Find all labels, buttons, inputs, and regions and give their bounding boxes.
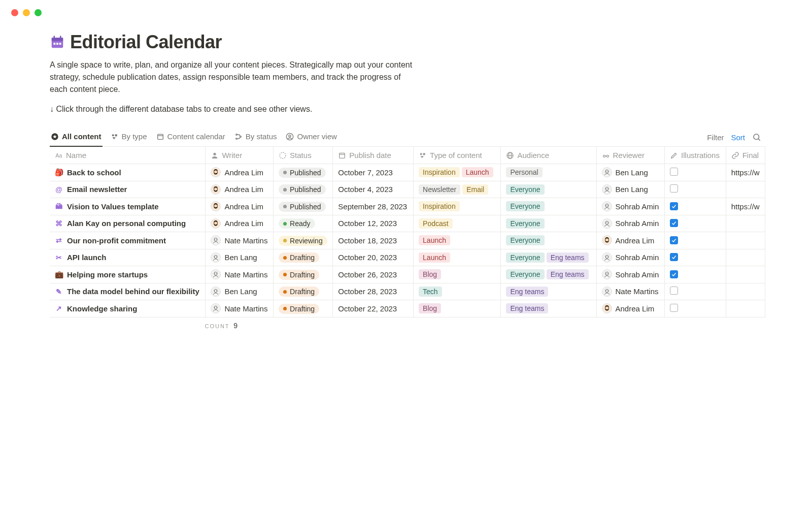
type-cell[interactable]: Launch xyxy=(414,249,501,266)
audience-cell[interactable]: Eng teams xyxy=(501,300,596,318)
type-cell[interactable]: NewsletterEmail xyxy=(414,181,501,198)
table-row[interactable]: @Email newsletterAndrea LimPublishedOcto… xyxy=(50,181,765,198)
avatar xyxy=(211,184,221,195)
final-link[interactable]: https://w xyxy=(726,198,765,215)
status-label: Drafting xyxy=(290,253,315,262)
table-row[interactable]: ✎The data model behind our flexibilityBe… xyxy=(50,283,765,300)
illustrations-checkbox[interactable] xyxy=(670,219,678,227)
audience-cell[interactable]: EveryoneEng teams xyxy=(501,266,596,283)
reviewer-name: Nate Martins xyxy=(616,287,659,296)
illustrations-checkbox[interactable] xyxy=(670,184,678,193)
search-icon[interactable] xyxy=(752,133,761,142)
status-pill[interactable]: Drafting xyxy=(279,270,319,280)
audience-cell[interactable]: Everyone xyxy=(501,181,596,198)
final-link[interactable] xyxy=(726,232,765,249)
avatar xyxy=(211,303,221,313)
publish-date[interactable]: October 22, 2023 xyxy=(333,300,414,318)
table-row[interactable]: ⇄Our non-profit commitmentNate MartinsRe… xyxy=(50,232,765,249)
svg-point-15 xyxy=(235,138,237,139)
publish-date[interactable]: October 4, 2023 xyxy=(333,181,414,198)
audience-cell[interactable]: Everyone xyxy=(501,215,596,232)
star-circle-icon xyxy=(51,133,59,141)
tab-all-content[interactable]: All content xyxy=(50,128,103,147)
table-row[interactable]: 🎒Back to schoolAndrea LimPublishedOctobe… xyxy=(50,164,765,181)
publish-date[interactable]: October 26, 2023 xyxy=(333,266,414,283)
publish-date[interactable]: October 7, 2023 xyxy=(333,164,414,181)
tab-by-type[interactable]: By type xyxy=(110,128,148,147)
audience-cell[interactable]: Personal xyxy=(501,164,596,181)
svg-point-54 xyxy=(214,221,217,225)
publish-date[interactable]: October 28, 2023 xyxy=(333,283,414,300)
illustrations-checkbox[interactable] xyxy=(670,253,678,261)
audience-cell[interactable]: EveryoneEng teams xyxy=(501,249,596,266)
row-name: Back to school xyxy=(67,168,121,177)
col-header-audience[interactable]: Audience xyxy=(501,147,596,164)
person-icon xyxy=(211,151,219,160)
status-pill[interactable]: Drafting xyxy=(279,287,319,297)
sort-button[interactable]: Sort xyxy=(731,133,745,142)
final-link[interactable] xyxy=(726,215,765,232)
status-pill[interactable]: Published xyxy=(279,168,326,178)
table-row[interactable]: 💼Helping more startupsNate MartinsDrafti… xyxy=(50,266,765,283)
illustrations-checkbox[interactable] xyxy=(670,287,678,295)
publish-date[interactable]: October 18, 2023 xyxy=(333,232,414,249)
type-cell[interactable]: Tech xyxy=(414,283,501,300)
col-header-reviewer[interactable]: Reviewer xyxy=(596,147,665,164)
minimize-window-dot[interactable] xyxy=(23,9,30,16)
col-header-final[interactable]: Final xyxy=(726,147,765,164)
audience-cell[interactable]: Everyone xyxy=(501,232,596,249)
illustrations-checkbox[interactable] xyxy=(670,168,678,176)
type-cell[interactable]: Launch xyxy=(414,232,501,249)
col-header-type[interactable]: Type of content xyxy=(414,147,501,164)
col-header-publish[interactable]: Publish date xyxy=(333,147,414,164)
col-header-writer[interactable]: Writer xyxy=(206,147,274,164)
final-link[interactable] xyxy=(726,283,765,300)
globe-icon xyxy=(506,151,514,160)
maximize-window-dot[interactable] xyxy=(35,9,42,16)
status-pill[interactable]: Published xyxy=(279,202,326,212)
tab-content-calendar[interactable]: Content calendar xyxy=(155,128,226,147)
avatar xyxy=(602,201,612,211)
illustrations-checkbox[interactable] xyxy=(670,236,678,244)
page-description: A single space to write, plan, and organ… xyxy=(50,59,420,96)
link-icon xyxy=(731,151,739,160)
type-cell[interactable]: Inspiration xyxy=(414,198,501,215)
publish-date[interactable]: October 12, 2023 xyxy=(333,215,414,232)
tab-by-status[interactable]: By status xyxy=(233,128,278,147)
table-row[interactable]: ↗Knowledge sharingNate MartinsDraftingOc… xyxy=(50,300,765,318)
table-row[interactable]: ✂API launchBen LangDraftingOctober 20, 2… xyxy=(50,249,765,266)
publish-date[interactable]: September 28, 2023 xyxy=(333,198,414,215)
status-pill[interactable]: Drafting xyxy=(279,252,319,263)
final-link[interactable] xyxy=(726,266,765,283)
final-link[interactable] xyxy=(726,249,765,266)
col-header-name[interactable]: AaName xyxy=(50,147,206,164)
status-pill[interactable]: Published xyxy=(279,184,326,195)
table-row[interactable]: 🏔Vision to Values templateAndrea LimPubl… xyxy=(50,198,765,215)
row-page-icon: @ xyxy=(55,185,63,194)
svg-rect-27 xyxy=(423,153,425,155)
svg-text:Aa: Aa xyxy=(55,152,62,158)
final-link[interactable]: https://w xyxy=(726,164,765,181)
close-window-dot[interactable] xyxy=(11,9,18,16)
audience-cell[interactable]: Everyone xyxy=(501,198,596,215)
status-pill[interactable]: Drafting xyxy=(279,304,319,314)
publish-date[interactable]: October 20, 2023 xyxy=(333,249,414,266)
tab-owner-view[interactable]: Owner view xyxy=(285,128,337,147)
filter-button[interactable]: Filter xyxy=(707,133,724,142)
illustrations-checkbox[interactable] xyxy=(670,202,678,210)
final-link[interactable] xyxy=(726,300,765,318)
final-link[interactable] xyxy=(726,181,765,198)
audience-cell[interactable]: Eng teams xyxy=(501,283,596,300)
status-pill[interactable]: Reviewing xyxy=(279,236,327,246)
svg-point-74 xyxy=(214,272,217,275)
type-cell[interactable]: Blog xyxy=(414,300,501,318)
illustrations-checkbox[interactable] xyxy=(670,270,678,278)
type-cell[interactable]: Blog xyxy=(414,266,501,283)
status-pill[interactable]: Ready xyxy=(279,218,315,229)
illustrations-checkbox[interactable] xyxy=(670,304,678,312)
table-row[interactable]: ⌘Alan Kay on personal computingAndrea Li… xyxy=(50,215,765,232)
col-header-status[interactable]: Status xyxy=(274,147,333,164)
type-cell[interactable]: InspirationLaunch xyxy=(414,164,501,181)
type-cell[interactable]: Podcast xyxy=(414,215,501,232)
col-header-illustrations[interactable]: Illustrations xyxy=(665,147,726,164)
